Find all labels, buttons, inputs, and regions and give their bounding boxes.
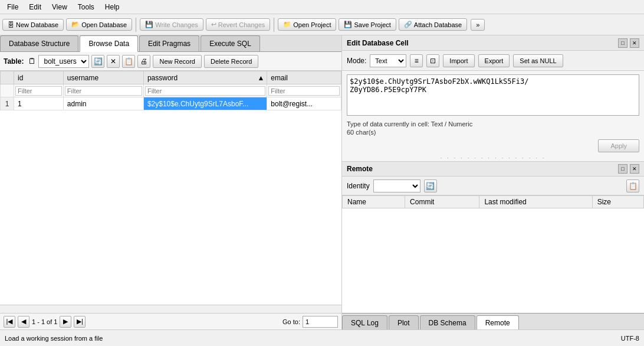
remote-action-button[interactable]: 📋 <box>626 179 639 192</box>
open-project-label: Open Project <box>293 21 331 28</box>
menu-help[interactable]: Help <box>100 2 124 12</box>
set-null-button[interactable]: Set as NULL <box>513 54 563 67</box>
menu-file[interactable]: File <box>2 2 23 12</box>
table-row[interactable]: 1 1 admin $2y$10$e.ChUytg9SrL7AsboF... b… <box>1 97 341 110</box>
save-project-button[interactable]: 💾 Save Project <box>339 18 396 31</box>
mode-select[interactable]: Text Binary Null <box>370 54 406 67</box>
goto-input[interactable] <box>303 316 338 328</box>
open-database-icon: 📂 <box>71 21 80 28</box>
prev-page-button[interactable]: ◀ <box>18 316 29 328</box>
copy-button[interactable]: 📋 <box>122 55 135 68</box>
statusbar-message: Load a working session from a file <box>5 335 103 342</box>
filter-id[interactable] <box>14 84 64 97</box>
horizontal-scrollbar[interactable] <box>0 305 341 313</box>
cell-id[interactable]: 1 <box>14 97 64 110</box>
revert-changes-button[interactable]: ↩ Revert Changes <box>206 18 271 31</box>
col-header-id[interactable]: id <box>14 71 64 84</box>
toolbar-separator-2 <box>274 18 274 32</box>
filter-password[interactable] <box>143 84 267 97</box>
cell-content-textarea[interactable]: $2y$10$e.ChUytg9SrL7AsboF2bX.wWKQ1LkS5Fi… <box>347 74 639 116</box>
table-select[interactable]: bolt_users <box>38 55 89 68</box>
menu-tools[interactable]: Tools <box>73 2 99 12</box>
remote-col-commit: Commit <box>405 196 479 208</box>
filter-username-input[interactable] <box>65 86 142 96</box>
filter-email-input[interactable] <box>268 86 340 96</box>
open-database-label: Open Database <box>81 21 127 28</box>
menu-view[interactable]: View <box>47 2 72 12</box>
tab-browse-data[interactable]: Browse Data <box>80 35 138 52</box>
open-project-button[interactable]: 📁 Open Project <box>278 18 336 31</box>
tab-edit-pragmas[interactable]: Edit Pragmas <box>139 35 199 51</box>
col-header-password[interactable]: password ▲ <box>143 71 267 84</box>
filter-username[interactable] <box>63 84 143 97</box>
next-page-button[interactable]: ▶ <box>60 316 71 328</box>
refresh-table-button[interactable]: 🔄 <box>91 55 104 68</box>
edit-word-wrap-button[interactable]: ≡ <box>410 54 423 67</box>
bottom-tab-sql-log[interactable]: SQL Log <box>342 315 387 329</box>
col-header-username[interactable]: username <box>63 71 143 84</box>
write-changes-label: Write Changes <box>155 21 198 28</box>
clear-filter-button[interactable]: ✕ <box>107 55 120 68</box>
bottom-tab-plot[interactable]: Plot <box>389 315 419 329</box>
new-database-button[interactable]: 🗄 New Database <box>2 19 64 31</box>
remote-close-button[interactable]: ✕ <box>630 164 639 174</box>
export-button[interactable]: Export <box>478 54 510 67</box>
identity-select[interactable] <box>373 179 420 192</box>
statusbar: Load a working session from a file UTF-8 <box>0 329 644 346</box>
goto-label: Go to: <box>282 318 300 325</box>
attach-database-label: Attach Database <box>414 21 462 28</box>
delete-record-button[interactable]: Delete Record <box>204 55 258 68</box>
data-table-wrapper[interactable]: id username password ▲ email <box>0 71 341 305</box>
remote-refresh-button[interactable]: 🔄 <box>424 179 437 192</box>
right-panel-inner: Edit Database Cell □ ✕ Mode: Text Binary… <box>342 35 644 329</box>
first-page-button[interactable]: |◀ <box>4 316 15 328</box>
save-project-label: Save Project <box>354 21 390 28</box>
remote-header-icons: □ ✕ <box>618 164 639 174</box>
filter-password-input[interactable] <box>145 86 265 96</box>
attach-database-button[interactable]: 🔗 Attach Database <box>399 18 467 31</box>
cell-password[interactable]: $2y$10$e.ChUytg9SrL7AsboF... <box>143 97 267 110</box>
revert-changes-label: Revert Changes <box>218 21 265 28</box>
edit-cell-header-icons: □ ✕ <box>618 38 639 48</box>
menubar: File Edit View Tools Help <box>0 0 644 14</box>
edit-cell-header: Edit Database Cell □ ✕ <box>342 35 644 51</box>
edit-cell-close-button[interactable]: ✕ <box>630 38 639 48</box>
filter-email[interactable] <box>267 84 341 97</box>
apply-row: Apply <box>342 138 644 155</box>
remote-col-size: Size <box>592 196 643 208</box>
tab-database-structure[interactable]: Database Structure <box>0 35 78 51</box>
cell-rownum: 1 <box>1 97 14 110</box>
open-database-button[interactable]: 📂 Open Database <box>66 18 132 31</box>
tab-execute-sql[interactable]: Execute SQL <box>201 35 260 51</box>
remote-content: Remote □ ✕ Identity 🔄 📋 <box>342 161 644 313</box>
remote-header-row: Name Commit Last modified Size <box>343 196 644 208</box>
edit-format-button[interactable]: ⊡ <box>426 54 439 67</box>
cell-email[interactable]: bolt@regist... <box>267 97 341 110</box>
data-table: id username password ▲ email <box>0 71 341 110</box>
cell-username[interactable]: admin <box>63 97 143 110</box>
last-page-button[interactable]: ▶| <box>74 316 86 328</box>
write-changes-button[interactable]: 💾 Write Changes <box>140 18 203 31</box>
save-project-icon: 💾 <box>344 21 352 28</box>
import-button[interactable]: Import <box>443 54 474 67</box>
remote-header: Remote □ ✕ <box>342 161 644 177</box>
page-info: 1 - 1 of 1 <box>32 318 57 325</box>
cell-type-info: Type of data currently in cell: Text / N… <box>342 119 644 128</box>
bottom-tab-remote[interactable]: Remote <box>477 315 519 329</box>
menu-edit[interactable]: Edit <box>24 2 46 12</box>
remote-float-button[interactable]: □ <box>618 164 627 174</box>
divider: · · · · · · · · · · · · · · · · <box>342 155 644 161</box>
remote-col-last-modified: Last modified <box>479 196 592 208</box>
new-record-button[interactable]: New Record <box>153 55 202 68</box>
apply-button[interactable]: Apply <box>598 139 639 152</box>
filter-id-input[interactable] <box>15 86 62 96</box>
edit-cell-float-button[interactable]: □ <box>618 38 627 48</box>
remote-table-wrapper: Name Commit Last modified Size <box>342 195 644 313</box>
print-button[interactable]: 🖨 <box>137 55 150 68</box>
col-header-email[interactable]: email <box>267 71 341 84</box>
bottom-tab-db-schema[interactable]: DB Schema <box>420 315 475 329</box>
filter-row <box>1 84 341 97</box>
bottom-tabs: SQL Log Plot DB Schema Remote <box>342 313 644 329</box>
more-button[interactable]: » <box>471 19 485 31</box>
table-label: Table: <box>4 57 24 66</box>
